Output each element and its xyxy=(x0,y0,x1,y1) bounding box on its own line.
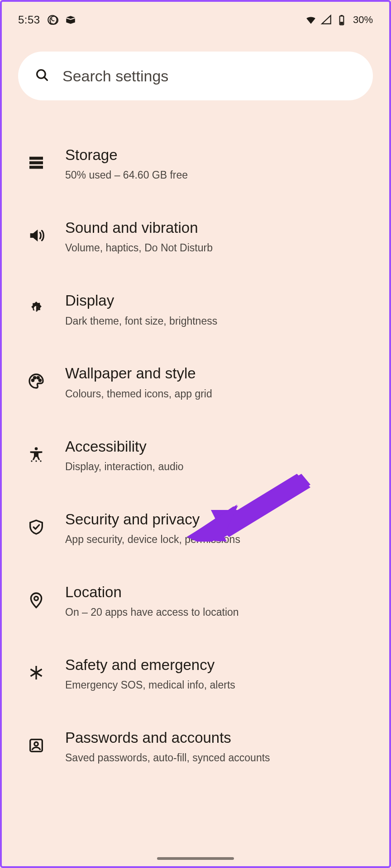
row-text: Safety and emergency Emergency SOS, medi… xyxy=(65,656,373,692)
svg-point-16 xyxy=(40,460,41,462)
svg-point-17 xyxy=(34,596,38,600)
status-right: 30% xyxy=(305,14,373,26)
row-title: Security and privacy xyxy=(65,510,373,528)
settings-list: Storage 50% used – 64.60 GB free Sound a… xyxy=(2,100,389,783)
status-left: 5:53 xyxy=(18,14,76,26)
row-title: Wallpaper and style xyxy=(65,364,373,382)
cellular-icon xyxy=(320,14,332,26)
asterisk-icon xyxy=(27,664,45,682)
search-settings[interactable]: Search settings xyxy=(18,52,373,100)
row-text: Wallpaper and style Colours, themed icon… xyxy=(65,364,373,401)
svg-point-15 xyxy=(35,460,37,462)
settings-item-wallpaper[interactable]: Wallpaper and style Colours, themed icon… xyxy=(2,346,389,419)
svg-rect-7 xyxy=(29,166,43,169)
svg-rect-6 xyxy=(29,161,43,165)
svg-point-10 xyxy=(34,377,36,379)
row-title: Passwords and accounts xyxy=(65,728,373,747)
row-text: Display Dark theme, font size, brightnes… xyxy=(65,291,373,328)
row-subtitle: On – 20 apps have access to location xyxy=(65,606,373,619)
settings-item-security[interactable]: Security and privacy App security, devic… xyxy=(2,492,389,565)
battery-text: 30% xyxy=(353,14,373,26)
settings-item-passwords[interactable]: Passwords and accounts Saved passwords, … xyxy=(2,710,389,783)
row-title: Display xyxy=(65,291,373,310)
palette-icon xyxy=(27,372,45,390)
row-text: Sound and vibration Volume, haptics, Do … xyxy=(65,218,373,255)
settings-item-safety[interactable]: Safety and emergency Emergency SOS, medi… xyxy=(2,637,389,710)
status-bar: 5:53 30% xyxy=(2,2,389,33)
row-subtitle: Volume, haptics, Do Not Disturb xyxy=(65,241,373,255)
wifi-icon xyxy=(305,14,317,26)
display-icon xyxy=(27,299,45,317)
svg-rect-2 xyxy=(341,15,343,16)
svg-point-9 xyxy=(32,380,33,382)
settings-item-location[interactable]: Location On – 20 apps have access to loc… xyxy=(2,565,389,637)
svg-point-13 xyxy=(35,447,38,450)
row-subtitle: 50% used – 64.60 GB free xyxy=(65,169,373,182)
account-box-icon xyxy=(27,736,45,755)
row-text: Passwords and accounts Saved passwords, … xyxy=(65,728,373,765)
svg-point-11 xyxy=(37,377,39,379)
shield-icon xyxy=(27,518,45,536)
svg-rect-5 xyxy=(29,157,43,160)
svg-point-12 xyxy=(39,380,41,382)
settings-item-storage[interactable]: Storage 50% used – 64.60 GB free xyxy=(2,127,389,200)
row-subtitle: Colours, themed icons, app grid xyxy=(65,387,373,401)
sound-icon xyxy=(27,226,45,245)
accessibility-icon xyxy=(27,445,45,463)
row-subtitle: Dark theme, font size, brightness xyxy=(65,315,373,328)
svg-rect-3 xyxy=(340,22,343,24)
row-title: Safety and emergency xyxy=(65,656,373,674)
row-title: Storage xyxy=(65,146,373,164)
status-clock: 5:53 xyxy=(18,14,40,26)
package-icon xyxy=(65,14,76,26)
settings-item-sound[interactable]: Sound and vibration Volume, haptics, Do … xyxy=(2,200,389,273)
row-text: Storage 50% used – 64.60 GB free xyxy=(65,146,373,182)
settings-item-display[interactable]: Display Dark theme, font size, brightnes… xyxy=(2,273,389,346)
row-subtitle: Saved passwords, auto-fill, synced accou… xyxy=(65,751,373,765)
row-title: Accessibility xyxy=(65,437,373,456)
svg-point-14 xyxy=(31,460,32,462)
search-wrap: Search settings xyxy=(2,33,389,100)
row-subtitle: Emergency SOS, medical info, alerts xyxy=(65,679,373,692)
search-icon xyxy=(34,67,50,85)
search-placeholder: Search settings xyxy=(62,67,168,85)
whatsapp-icon xyxy=(47,14,58,26)
svg-point-19 xyxy=(34,742,38,746)
battery-icon xyxy=(336,14,348,26)
row-text: Security and privacy App security, devic… xyxy=(65,510,373,547)
row-subtitle: App security, device lock, permissions xyxy=(65,533,373,547)
location-icon xyxy=(27,591,45,609)
row-text: Accessibility Display, interaction, audi… xyxy=(65,437,373,474)
row-title: Sound and vibration xyxy=(65,218,373,237)
settings-item-accessibility[interactable]: Accessibility Display, interaction, audi… xyxy=(2,419,389,492)
row-subtitle: Display, interaction, audio xyxy=(65,460,373,474)
storage-icon xyxy=(27,154,45,172)
row-text: Location On – 20 apps have access to loc… xyxy=(65,583,373,619)
gesture-handle[interactable] xyxy=(157,857,234,860)
row-title: Location xyxy=(65,583,373,601)
